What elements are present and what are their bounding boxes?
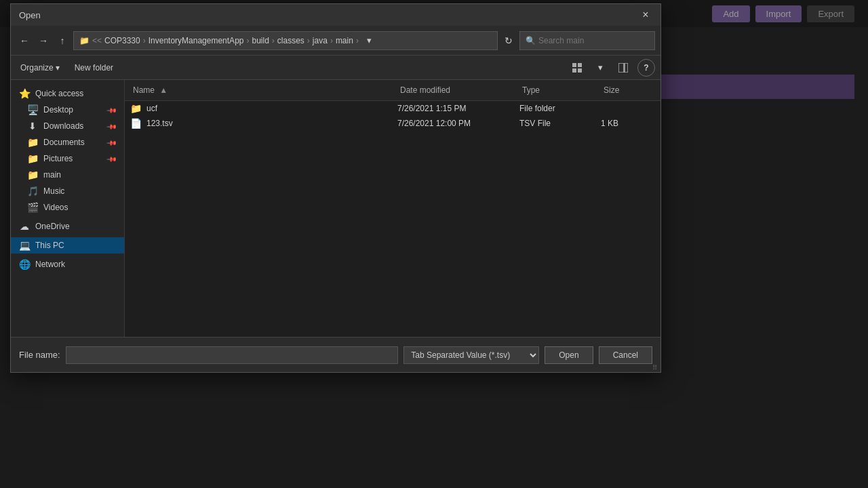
videos-icon: 🎬 [27, 202, 38, 213]
up-button[interactable]: ↑ [54, 33, 71, 49]
sidebar-item-music[interactable]: 🎵 Music [11, 183, 124, 199]
file-icon-123tsv: 📄 [130, 118, 141, 129]
back-button[interactable]: ← [16, 33, 33, 49]
breadcrumb-main[interactable]: main [336, 36, 353, 45]
onedrive-icon: ☁ [19, 221, 30, 232]
breadcrumb-cop3330[interactable]: COP3330 [104, 36, 140, 45]
pin-icon: 📌 [106, 104, 117, 115]
pin-icon-downloads: 📌 [106, 121, 117, 131]
pin-icon-pics: 📌 [106, 153, 117, 164]
cancel-button[interactable]: Cancel [599, 346, 652, 364]
quick-access-icon: ⭐ [19, 88, 30, 99]
svg-rect-3 [578, 68, 582, 73]
network-icon: 🌐 [19, 259, 30, 270]
view-toggle-button[interactable] [568, 59, 586, 77]
svg-rect-2 [572, 68, 576, 73]
forward-button[interactable]: → [35, 33, 52, 49]
new-folder-button[interactable]: New folder [69, 61, 119, 75]
dialog-title: Open [19, 10, 41, 20]
sidebar-item-documents[interactable]: 📁 Documents 📌 [11, 134, 124, 150]
file-type-select[interactable]: Tab Separated Value (*.tsv) [403, 346, 539, 364]
breadcrumb-build[interactable]: build [252, 36, 269, 45]
col-name[interactable]: Name ▲ [130, 83, 397, 98]
file-list-header: Name ▲ Date modified Type Size [125, 80, 660, 101]
dialog-close-button[interactable]: × [639, 8, 652, 22]
sidebar: ⭐ Quick access 🖥️ Desktop 📌 ⬇ Downloads … [11, 80, 125, 337]
breadcrumb-folder-icon: 📁 [79, 36, 90, 45]
file-type-ucf: File folder [519, 104, 601, 113]
breadcrumb-dropdown[interactable]: ▾ [363, 33, 376, 49]
search-input[interactable] [538, 36, 649, 45]
refresh-button[interactable]: ↻ [500, 33, 517, 49]
col-type[interactable]: Type [519, 83, 601, 98]
breadcrumb-inventoryapp[interactable]: InventoryManagementApp [149, 36, 244, 45]
svg-rect-1 [578, 63, 582, 67]
address-bar: ← → ↑ 📁 << COP3330 › InventoryManagement… [11, 26, 660, 56]
file-toolbar: Organize ▾ New folder ▾ ? [11, 56, 660, 80]
organize-dropdown-icon: ▾ [56, 63, 60, 73]
content-area: ⭐ Quick access 🖥️ Desktop 📌 ⬇ Downloads … [11, 80, 660, 337]
bottom-bar: File name: Tab Separated Value (*.tsv) O… [11, 337, 660, 372]
main-folder-icon: 📁 [27, 169, 38, 180]
sidebar-item-thispc[interactable]: 💻 This PC [11, 237, 124, 253]
file-date-123tsv: 7/26/2021 12:00 PM [397, 119, 519, 128]
sidebar-quick-access[interactable]: ⭐ Quick access [11, 85, 124, 102]
breadcrumb[interactable]: 📁 << COP3330 › InventoryManagementApp › … [73, 31, 498, 50]
open-button[interactable]: Open [545, 346, 593, 364]
svg-rect-0 [572, 63, 576, 67]
col-size[interactable]: Size [601, 83, 655, 98]
breadcrumb-java[interactable]: java [313, 36, 328, 45]
sidebar-item-downloads[interactable]: ⬇ Downloads 📌 [11, 118, 124, 134]
file-name-cell-ucf: 📁 ucf [130, 103, 397, 114]
search-box[interactable]: 🔍 [519, 31, 655, 50]
pin-icon-docs: 📌 [106, 137, 117, 148]
view-dropdown-button[interactable]: ▾ [591, 59, 609, 77]
svg-rect-5 [625, 63, 628, 73]
network-section: 🌐 Network [11, 256, 124, 272]
sidebar-item-videos[interactable]: 🎬 Videos [11, 199, 124, 216]
file-name-cell-123tsv: 📄 123.tsv [130, 118, 397, 129]
file-row-ucf[interactable]: 📁 ucf 7/26/2021 1:15 PM File folder [125, 101, 660, 116]
desktop-icon: 🖥️ [27, 104, 38, 115]
sort-arrow-name: ▲ [159, 85, 167, 95]
view-icon [572, 63, 582, 73]
pictures-icon: 📁 [27, 153, 38, 164]
svg-rect-4 [618, 63, 624, 73]
sidebar-item-main[interactable]: 📁 main [11, 167, 124, 183]
preview-pane-button[interactable] [614, 59, 632, 77]
quick-access-section: ⭐ Quick access 🖥️ Desktop 📌 ⬇ Downloads … [11, 85, 124, 216]
file-list-area: Name ▲ Date modified Type Size 📁 ucf [125, 80, 660, 337]
documents-icon: 📁 [27, 137, 38, 148]
col-date[interactable]: Date modified [397, 83, 519, 98]
open-dialog: Open × ← → ↑ 📁 << COP3330 › InventoryMan… [10, 3, 661, 373]
preview-icon [618, 63, 628, 73]
onedrive-section: ☁ OneDrive [11, 218, 124, 235]
sidebar-item-desktop[interactable]: 🖥️ Desktop 📌 [11, 102, 124, 118]
downloads-icon: ⬇ [27, 121, 38, 131]
file-name-label: File name: [19, 350, 60, 360]
sidebar-item-pictures[interactable]: 📁 Pictures 📌 [11, 150, 124, 167]
file-date-ucf: 7/26/2021 1:15 PM [397, 104, 519, 113]
sidebar-item-onedrive[interactable]: ☁ OneDrive [11, 218, 124, 235]
file-row-123tsv[interactable]: 📄 123.tsv 7/26/2021 12:00 PM TSV File 1 … [125, 116, 660, 131]
resize-handle[interactable]: ⠿ [652, 364, 660, 372]
dialog-title-bar: Open × [11, 4, 660, 26]
breadcrumb-classes[interactable]: classes [277, 36, 304, 45]
music-icon: 🎵 [27, 186, 38, 197]
search-icon: 🔍 [526, 36, 536, 45]
help-button[interactable]: ? [637, 59, 655, 77]
file-name-input[interactable] [66, 346, 399, 364]
folder-icon-ucf: 📁 [130, 103, 141, 114]
thispc-section: 💻 This PC [11, 237, 124, 253]
file-type-123tsv: TSV File [519, 119, 601, 128]
thispc-icon: 💻 [19, 240, 30, 251]
sidebar-item-network[interactable]: 🌐 Network [11, 256, 124, 272]
organize-button[interactable]: Organize ▾ [16, 61, 64, 75]
file-size-123tsv: 1 KB [601, 119, 655, 128]
